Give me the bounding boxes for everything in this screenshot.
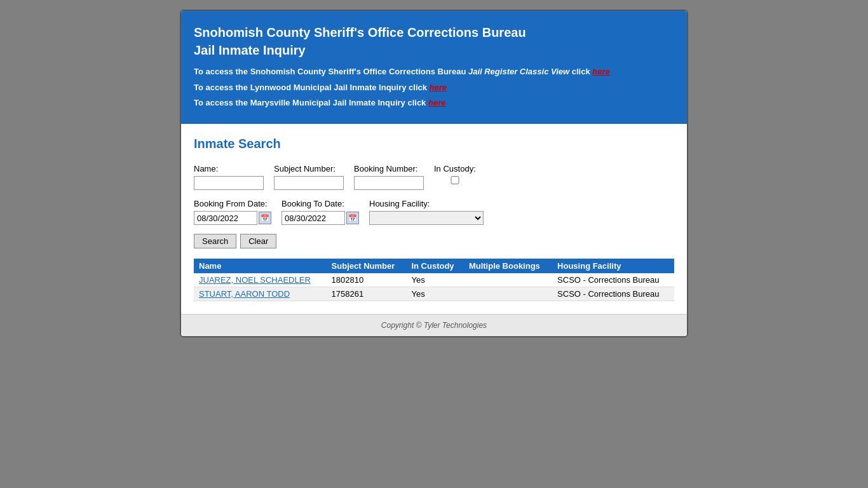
- cell-multiple-bookings: [464, 273, 552, 287]
- booking-from-date-input[interactable]: [194, 211, 257, 225]
- housing-facility-field: Housing Facility: SCSO - Corrections Bur…: [369, 199, 484, 225]
- booking-number-label: Booking Number:: [354, 164, 424, 173]
- booking-from-date-label: Booking From Date:: [194, 199, 271, 208]
- in-custody-field: In Custody:: [434, 164, 476, 184]
- button-row: Search Clear: [194, 234, 674, 248]
- subject-number-field: Subject Number:: [274, 164, 344, 190]
- results-header-row: Name Subject Number In Custody Multiple …: [194, 259, 674, 273]
- classic-view-link[interactable]: here: [592, 67, 609, 76]
- subject-number-label: Subject Number:: [274, 164, 344, 173]
- search-button[interactable]: Search: [194, 234, 236, 248]
- booking-to-date-input[interactable]: [281, 211, 345, 225]
- header-section: Snohomish County Sheriff's Office Correc…: [181, 11, 687, 124]
- col-header-subject-number: Subject Number: [327, 259, 407, 273]
- cell-in-custody: Yes: [406, 287, 463, 301]
- table-row: JUAREZ, NOEL SCHAEDLER1802810YesSCSO - C…: [194, 273, 674, 287]
- booking-from-date-field: Booking From Date: 📅: [194, 199, 271, 225]
- clear-button[interactable]: Clear: [240, 234, 276, 248]
- col-header-multiple-bookings: Multiple Bookings: [464, 259, 552, 273]
- lynnwood-link[interactable]: here: [430, 83, 447, 92]
- name-field: Name:: [194, 164, 264, 190]
- booking-number-input[interactable]: [354, 176, 424, 190]
- cell-multiple-bookings: [464, 287, 552, 301]
- housing-facility-select[interactable]: SCSO - Corrections Bureau Lynnwood Munic…: [369, 211, 484, 225]
- subject-number-input[interactable]: [274, 176, 344, 190]
- results-table: Name Subject Number In Custody Multiple …: [194, 259, 674, 301]
- in-custody-label: In Custody:: [434, 164, 476, 173]
- header-link3: To access the Marysville Municipal Jail …: [194, 95, 674, 111]
- in-custody-checkbox[interactable]: [434, 176, 476, 184]
- name-label: Name:: [194, 164, 264, 173]
- copyright-text: Copyright © Tyler Technologies: [381, 321, 487, 330]
- col-header-in-custody: In Custody: [406, 259, 463, 273]
- booking-to-date-wrapper: 📅: [281, 211, 359, 225]
- cell-name: JUAREZ, NOEL SCHAEDLER: [194, 273, 327, 287]
- main-section: Inmate Search Name: Subject Number: Book…: [181, 124, 687, 314]
- footer-section: Copyright © Tyler Technologies: [181, 314, 687, 336]
- table-row: STUART, AARON TODD1758261YesSCSO - Corre…: [194, 287, 674, 301]
- cell-housing-facility: SCSO - Corrections Bureau: [552, 287, 674, 301]
- inmate-name-link[interactable]: JUAREZ, NOEL SCHAEDLER: [199, 275, 311, 285]
- header-title: Snohomish County Sheriff's Office Correc…: [194, 24, 674, 59]
- col-header-name: Name: [194, 259, 327, 273]
- booking-to-date-field: Booking To Date: 📅: [281, 199, 359, 225]
- col-header-housing-facility: Housing Facility: [552, 259, 674, 273]
- header-link2: To access the Lynnwood Municipal Jail In…: [194, 80, 674, 96]
- results-tbody: JUAREZ, NOEL SCHAEDLER1802810YesSCSO - C…: [194, 273, 674, 301]
- cell-housing-facility: SCSO - Corrections Bureau: [552, 273, 674, 287]
- form-row-1: Name: Subject Number: Booking Number: In…: [194, 164, 674, 190]
- header-links: To access the Snohomish County Sheriff's…: [194, 64, 674, 111]
- form-row-2: Booking From Date: 📅 Booking To Date: 📅 …: [194, 199, 674, 225]
- main-container: Snohomish County Sheriff's Office Correc…: [180, 10, 688, 337]
- marysville-link[interactable]: here: [428, 98, 445, 107]
- inmate-name-link[interactable]: STUART, AARON TODD: [199, 289, 290, 299]
- name-input[interactable]: [194, 176, 264, 190]
- booking-to-date-calendar-icon[interactable]: 📅: [346, 212, 359, 224]
- cell-subject-number: 1758261: [327, 287, 407, 301]
- cell-subject-number: 1802810: [327, 273, 407, 287]
- housing-facility-label: Housing Facility:: [369, 199, 484, 208]
- cell-name: STUART, AARON TODD: [194, 287, 327, 301]
- header-link1: To access the Snohomish County Sheriff's…: [194, 64, 674, 80]
- inmate-search-title: Inmate Search: [194, 137, 674, 151]
- cell-in-custody: Yes: [406, 273, 463, 287]
- booking-number-field: Booking Number:: [354, 164, 424, 190]
- booking-from-date-wrapper: 📅: [194, 211, 271, 225]
- booking-to-date-label: Booking To Date:: [281, 199, 359, 208]
- booking-from-date-calendar-icon[interactable]: 📅: [259, 212, 271, 224]
